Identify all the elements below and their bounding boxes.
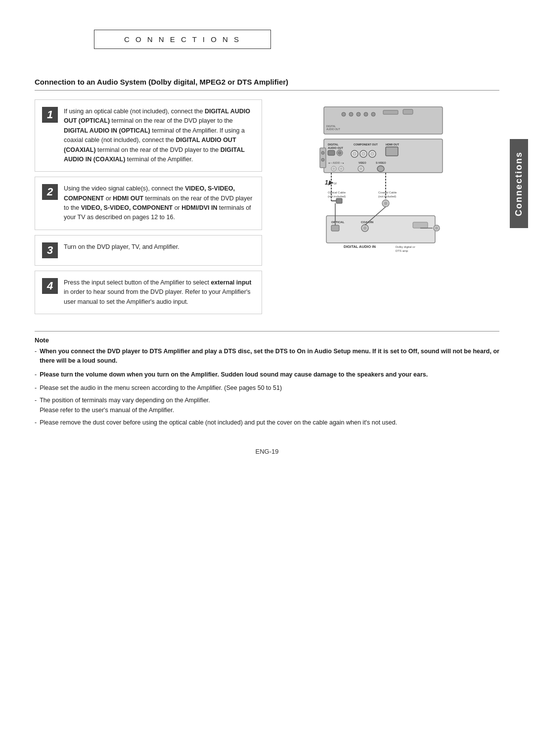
regular-dash-3: - (35, 418, 37, 427)
svg-text:VIDEO: VIDEO (358, 161, 366, 164)
note-title: Note (35, 336, 499, 344)
note-bold-text-2: Please turn the volume down when you tur… (40, 370, 428, 379)
svg-point-20 (362, 152, 365, 156)
svg-point-55 (363, 227, 367, 230)
svg-text:Optical Cable: Optical Cable (328, 191, 346, 194)
step-4-box: 4 Press the input select button of the A… (35, 271, 262, 314)
svg-point-31 (340, 168, 343, 170)
step-2-text: Using the video signal cable(s), connect… (64, 184, 254, 223)
svg-point-33 (359, 167, 362, 170)
note-section: Note - When you connect the DVD player t… (35, 331, 499, 428)
svg-point-36 (321, 151, 324, 154)
svg-point-64 (435, 227, 438, 230)
svg-text:Dolby digital or: Dolby digital or (396, 245, 415, 248)
bullet-dash-1: - (35, 347, 37, 366)
svg-rect-34 (377, 166, 384, 172)
svg-text:AUDIO OUT: AUDIO OUT (326, 128, 340, 131)
note-regular-bullet-3: - Please remove the dust cover before us… (35, 418, 499, 427)
note-regular-bullet-2: - The position of terminals may vary dep… (35, 396, 499, 415)
diagram-column: Connections DIGITAL AUDIO OUT (272, 99, 499, 319)
svg-point-37 (321, 158, 324, 161)
diagram-wrapper: DIGITAL AUDIO OUT DIGITAL AUDIO OUT COMP… (314, 104, 457, 292)
svg-point-3 (356, 112, 360, 116)
svg-point-4 (364, 112, 368, 116)
svg-rect-50 (326, 216, 435, 243)
svg-point-2 (349, 112, 353, 116)
regular-dash-2: - (35, 396, 37, 415)
section-title: Connection to an Audio System (Dolby dig… (35, 78, 499, 86)
step-3-box: 3 Turn on the DVD player, TV, and Amplif… (35, 235, 262, 266)
svg-text:DTS amp: DTS amp (396, 249, 408, 252)
note-bold-text-1: When you connect the DVD player to DTS A… (40, 347, 499, 366)
regular-dash-1: - (35, 383, 37, 393)
svg-point-18 (353, 152, 356, 156)
svg-text:AUDIO OUT: AUDIO OUT (328, 146, 344, 149)
page-container: C O N N E C T I O N S Connection to an A… (35, 30, 499, 722)
step-1-text: If using an optical cable (not included)… (64, 107, 254, 164)
connections-header-text: C O N N E C T I O N S (124, 35, 241, 44)
step-1-number: 1 (42, 107, 58, 123)
svg-point-22 (371, 152, 374, 156)
note-regular-bullet-1: - Please set the audio in the menu scree… (35, 383, 499, 393)
note-bold-bullet-1: - When you connect the DVD player to DTS… (35, 347, 499, 366)
step-2-number: 2 (42, 184, 58, 200)
svg-text:COMPONENT OUT: COMPONENT OUT (354, 143, 378, 146)
svg-text:HDMI OUT: HDMI OUT (386, 143, 400, 146)
svg-point-29 (333, 168, 335, 170)
svg-text:OPTICAL: OPTICAL (331, 221, 345, 224)
svg-text:Coaxial Cable: Coaxial Cable (378, 191, 397, 194)
note-regular-text-3: Please remove the dust cover before usin… (40, 418, 397, 427)
svg-point-5 (371, 112, 375, 116)
svg-text:(not included): (not included) (328, 195, 346, 198)
connection-diagram: DIGITAL AUDIO OUT DIGITAL AUDIO OUT COMP… (314, 104, 457, 292)
svg-rect-53 (331, 225, 339, 231)
svg-text:DIGITAL: DIGITAL (328, 143, 339, 146)
steps-column: 1 If using an optical cable (not include… (35, 99, 262, 319)
step-1-box: 1 If using an optical cable (not include… (35, 99, 262, 172)
svg-rect-35 (320, 148, 326, 168)
svg-rect-24 (386, 147, 398, 156)
page-number: ENG-19 (35, 448, 499, 455)
svg-text:◄— AUDIO —●: ◄— AUDIO —● (328, 162, 344, 164)
svg-text:or: or (334, 182, 337, 185)
step-2-box: 2 Using the video signal cable(s), conne… (35, 177, 262, 230)
svg-rect-44 (336, 198, 342, 203)
svg-rect-6 (383, 110, 398, 114)
note-bold-bullet-2: - Please turn the volume down when you t… (35, 370, 499, 379)
main-layout: 1 If using an optical cable (not include… (35, 99, 499, 319)
svg-text:1▶: 1▶ (325, 179, 334, 186)
svg-point-1 (342, 112, 346, 116)
note-regular-text-2: The position of terminals may vary depen… (40, 396, 210, 415)
svg-rect-56 (413, 222, 428, 228)
side-tab: Connections (510, 139, 528, 228)
svg-rect-13 (328, 150, 335, 155)
note-regular-text-1: Please set the audio in the menu screen … (40, 383, 282, 393)
svg-text:S-VIDEO: S-VIDEO (376, 161, 386, 164)
svg-point-15 (338, 151, 341, 154)
step-3-text: Turn on the DVD player, TV, and Amplifie… (64, 242, 179, 252)
bullet-dash-2: - (35, 370, 37, 379)
section-divider (35, 90, 499, 91)
svg-point-49 (384, 202, 388, 205)
svg-text:(not included): (not included) (378, 195, 396, 198)
connections-header-box: C O N N E C T I O N S (94, 30, 271, 49)
step-3-number: 3 (42, 242, 58, 258)
svg-text:DIGITAL AUDIO IN: DIGITAL AUDIO IN (344, 244, 376, 249)
step-4-number: 4 (42, 278, 58, 294)
step-4-text: Press the input select button of the Amp… (64, 278, 254, 307)
svg-rect-7 (403, 109, 413, 114)
